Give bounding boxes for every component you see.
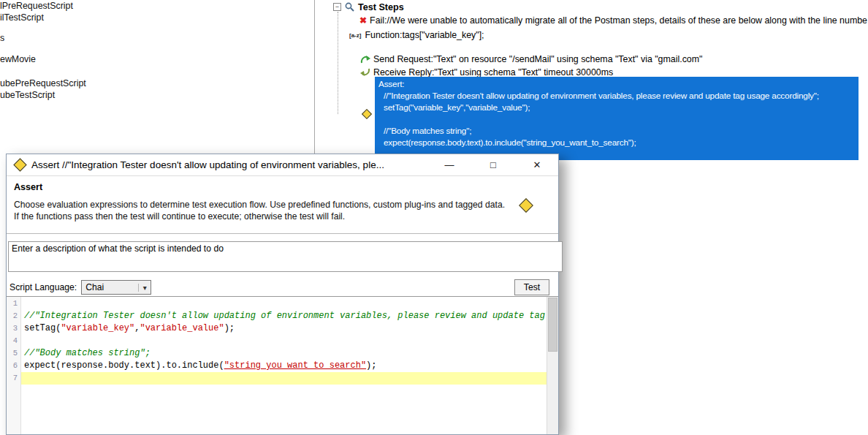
- assert-block-line: [378, 113, 859, 125]
- tree-node-send-request-step[interactable]: Send Request:"Text" on resource "/sendMa…: [359, 53, 702, 64]
- line-number: 5: [7, 347, 21, 360]
- dialog-header-description-line2: If the functions pass then the test will…: [14, 211, 551, 222]
- editor-line-code: [21, 298, 547, 310]
- editor-line[interactable]: 4: [7, 335, 547, 347]
- send-request-icon: [359, 53, 370, 64]
- line-number: 3: [7, 322, 21, 335]
- assert-block-line: Assert:: [378, 78, 859, 90]
- script-language-row: Script Language: Chai ▾ Test: [9, 279, 549, 296]
- editor-line[interactable]: 5//"Body matches string";: [7, 347, 547, 360]
- minimize-button[interactable]: —: [436, 154, 462, 176]
- script-language-label: Script Language:: [9, 282, 77, 292]
- tree-item[interactable]: ubeTestScript: [0, 90, 55, 100]
- editor-line-code: //"Body matches string";: [21, 347, 547, 360]
- editor-line-code: //"Integration Tester doesn't allow upda…: [21, 310, 547, 322]
- test-steps-label: Test Steps: [358, 2, 404, 12]
- chevron-down-icon: ▾: [138, 284, 151, 292]
- editor-lines: 12//"Integration Tester doesn't allow up…: [7, 298, 547, 385]
- script-language-value: Chai: [85, 282, 104, 292]
- line-number: 1: [7, 298, 21, 310]
- test-steps-icon: [344, 1, 355, 12]
- tree-item[interactable]: ewMovie: [0, 54, 36, 64]
- dialog-header: Assert Choose evaluation expressions to …: [7, 177, 558, 234]
- receive-reply-step-label: Receive Reply:"Text" using schema "Text"…: [373, 67, 613, 77]
- line-number: 4: [7, 335, 21, 347]
- editor-line-code: expect(response.body.text).to.include("s…: [21, 360, 547, 372]
- collapse-icon[interactable]: −: [333, 3, 341, 11]
- editor-line-code: [21, 335, 547, 347]
- assert-dialog-icon: [13, 158, 26, 171]
- function-icon: [a-z]: [349, 32, 361, 39]
- script-editor[interactable]: 12//"Integration Tester doesn't allow up…: [7, 296, 558, 434]
- tree-item[interactable]: ilTestScript: [0, 12, 44, 23]
- scrollbar-thumb[interactable]: [548, 298, 557, 352]
- assert-block-line: setTag("variable_key","variable_value");: [378, 102, 859, 113]
- tree-connector: [338, 12, 338, 114]
- editor-line[interactable]: 3setTag("variable_key","variable_value")…: [7, 322, 547, 335]
- assert-dialog-window: Assert //"Integration Tester doesn't all…: [6, 154, 559, 435]
- editor-line[interactable]: 1: [7, 298, 547, 310]
- editor-line-code: [21, 372, 547, 385]
- line-number: 6: [7, 360, 21, 372]
- line-number: 2: [7, 310, 21, 322]
- script-description-input[interactable]: Enter a description of what the script i…: [8, 241, 563, 272]
- tree-node-function-step[interactable]: [a-z] Function:tags["variable_key"];: [349, 30, 484, 40]
- fail-icon: ✖: [359, 15, 367, 26]
- tree-node-fail-step[interactable]: ✖ Fail://We were unable to automatically…: [359, 15, 867, 26]
- assert-block-line: //"Integration Tester doesn't allow upda…: [378, 90, 859, 102]
- close-button[interactable]: ✕: [524, 154, 550, 176]
- dialog-title: Assert //"Integration Tester doesn't all…: [31, 159, 384, 170]
- assert-block-line: //"Body matches string";: [378, 125, 859, 137]
- editor-line[interactable]: 2//"Integration Tester doesn't allow upd…: [7, 310, 547, 322]
- tree-item[interactable]: lPreRequestScript: [0, 1, 73, 11]
- receive-reply-icon: [359, 67, 370, 77]
- dialog-header-title: Assert: [14, 182, 551, 192]
- assert-block-line: expect(response.body.text).to.include("s…: [378, 137, 859, 148]
- script-language-select[interactable]: Chai ▾: [81, 280, 151, 295]
- function-step-label: Function:tags["variable_key"];: [365, 30, 484, 40]
- tree-item[interactable]: ubePreRequestScript: [0, 78, 86, 88]
- tree-item[interactable]: s: [0, 33, 4, 43]
- test-button[interactable]: Test: [514, 279, 549, 295]
- editor-line[interactable]: 7: [7, 372, 547, 385]
- assert-step-icon: [362, 109, 372, 119]
- line-number: 7: [7, 372, 21, 385]
- tree-node-receive-reply-step[interactable]: Receive Reply:"Text" using schema "Text"…: [359, 67, 613, 77]
- editor-line[interactable]: 6expect(response.body.text).to.include("…: [7, 360, 547, 372]
- maximize-button[interactable]: □: [480, 154, 506, 176]
- editor-scrollbar[interactable]: [547, 297, 558, 434]
- fail-step-label: Fail://We were unable to automatically m…: [370, 15, 867, 26]
- dialog-header-description-line1: Choose evaluation expressions to determi…: [14, 199, 551, 211]
- dialog-titlebar[interactable]: Assert //"Integration Tester doesn't all…: [7, 154, 558, 176]
- send-request-step-label: Send Request:"Text" on resource "/sendMa…: [373, 54, 702, 64]
- editor-line-code: setTag("variable_key","variable_value");: [21, 322, 547, 335]
- tree-node-test-steps[interactable]: − Test Steps: [333, 1, 404, 12]
- assert-step-selected[interactable]: Assert://"Integration Tester doesn't all…: [375, 77, 859, 160]
